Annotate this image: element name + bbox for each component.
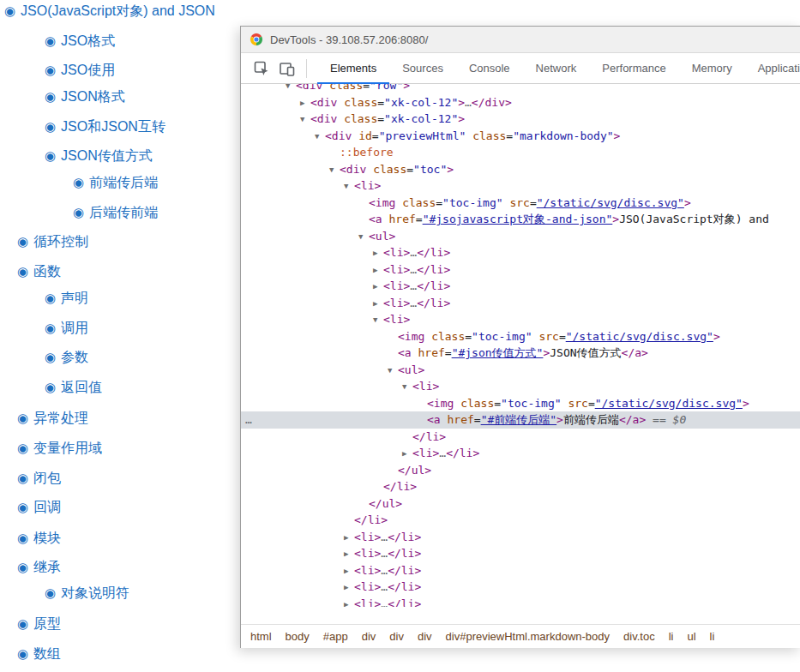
code-token[interactable]: "#前端传后端" — [481, 413, 556, 426]
breadcrumb-item[interactable]: div.toc — [617, 630, 662, 643]
dom-tree-row[interactable]: ▶<li>…</li> — [241, 545, 800, 562]
breadcrumb-item[interactable]: body — [279, 630, 316, 643]
dom-tree-row[interactable]: </li> — [241, 429, 800, 446]
dom-tree-row[interactable]: ▶<li>…</li> — [241, 529, 800, 546]
dom-tree-row[interactable]: </li> — [241, 512, 800, 529]
toc-item[interactable]: ◉数组 — [17, 645, 61, 663]
dom-tree-row[interactable]: ▼<div class="toc"> — [241, 161, 800, 178]
expand-arrow-icon[interactable]: ▶ — [344, 579, 354, 597]
node-menu-icon[interactable]: … — [245, 411, 253, 429]
toc-item[interactable]: ◉JSON传值方式 — [45, 147, 153, 165]
dom-tree-row[interactable]: ▶<li>…</li> — [241, 278, 800, 295]
toc-link[interactable]: 函数 — [33, 262, 61, 280]
expand-arrow-icon[interactable]: ▶ — [373, 279, 383, 296]
collapse-arrow-icon[interactable]: ▼ — [329, 162, 340, 179]
toc-item[interactable]: ◉返回值 — [45, 378, 102, 396]
tab-elements[interactable]: Elements — [317, 53, 389, 84]
dom-tree-row[interactable]: ▶<div class="xk-col-12">…</div> — [241, 94, 800, 111]
expand-arrow-icon[interactable]: ▶ — [402, 446, 412, 463]
tab-performance[interactable]: Performance — [589, 53, 678, 84]
toc-link[interactable]: 后端传前端 — [89, 203, 158, 221]
toc-link[interactable]: 前端传后端 — [89, 173, 158, 191]
breadcrumb-item[interactable]: div — [411, 630, 439, 643]
expand-arrow-icon[interactable]: ▶ — [300, 95, 310, 112]
toc-link[interactable]: 异常处理 — [33, 409, 88, 427]
toc-item[interactable]: ◉变量作用域 — [17, 439, 102, 457]
toc-link[interactable]: JSO格式 — [61, 32, 115, 50]
dom-tree-row[interactable]: <a href="#json传值方式">JSON传值方式</a> — [241, 345, 800, 362]
collapse-arrow-icon[interactable]: ▼ — [358, 229, 369, 246]
dom-tree-row[interactable]: ▶<li>…</li> — [241, 579, 800, 596]
expand-arrow-icon[interactable]: ▶ — [373, 296, 383, 313]
dom-tree-row[interactable]: </ul> — [241, 495, 800, 513]
dom-tree-row[interactable]: <img class="toc-img" src="/static/svg/di… — [241, 328, 800, 345]
expand-arrow-icon[interactable]: ▶ — [344, 563, 354, 580]
toc-item[interactable]: ◉声明 — [45, 289, 88, 307]
code-token[interactable]: "/static/svg/disc.svg" — [595, 397, 743, 410]
collapse-arrow-icon[interactable]: ▼ — [344, 178, 354, 195]
toc-item[interactable]: ◉参数 — [45, 348, 88, 366]
toc-item[interactable]: ◉函数 — [17, 262, 61, 280]
toc-link[interactable]: 闭包 — [33, 469, 61, 487]
dom-tree-row[interactable]: ▼<div id="previewHtml" class="markdown-b… — [241, 128, 800, 145]
toc-link[interactable]: 返回值 — [61, 378, 102, 396]
toc-item[interactable]: ◉对象说明符 — [45, 584, 129, 602]
toc-link[interactable]: 调用 — [61, 319, 88, 337]
tab-console[interactable]: Console — [456, 53, 523, 84]
toc-link[interactable]: JSON格式 — [61, 87, 125, 105]
toc-item[interactable]: ◉JSO(JavaScript对象) and JSON — [4, 2, 215, 20]
code-token[interactable]: "#json传值方式" — [452, 346, 544, 359]
toc-item[interactable]: ◉前端传后端 — [73, 173, 158, 191]
dom-tree-row[interactable]: ▼<ul> — [241, 228, 800, 245]
tab-memory[interactable]: Memory — [679, 53, 745, 84]
dom-tree-row[interactable]: ▼<li> — [241, 177, 800, 195]
toc-item[interactable]: ◉原型 — [17, 615, 61, 633]
toc-link[interactable]: 继承 — [33, 558, 61, 576]
expand-arrow-icon[interactable]: ▶ — [344, 530, 354, 547]
dom-tree-row[interactable]: ▶<li>…</li> — [241, 562, 800, 579]
dom-tree-row[interactable]: </ul> — [241, 462, 800, 479]
code-token[interactable]: "#jsojavascript对象-and-json" — [423, 213, 613, 225]
dom-tree-row[interactable]: ▼<li> — [241, 311, 800, 328]
collapse-arrow-icon[interactable]: ▼ — [402, 379, 412, 396]
dom-tree-row[interactable]: ▶<li>…</li> — [241, 596, 800, 608]
tab-network[interactable]: Network — [523, 53, 590, 84]
breadcrumb-item[interactable]: #app — [316, 630, 355, 643]
code-token[interactable]: "/static/svg/disc.svg" — [537, 196, 684, 209]
dom-tree-row[interactable]: <img class="toc-img" src="/static/svg/di… — [241, 395, 800, 412]
dom-tree-row[interactable]: ▶<li>…</li> — [241, 244, 800, 261]
dom-tree-row[interactable]: <a href="#jsojavascript对象-and-json">JSO(… — [241, 211, 800, 228]
toc-link[interactable]: 回调 — [33, 498, 61, 516]
dom-tree-row[interactable]: ▶<li>…</li> — [241, 295, 800, 312]
dom-tree-row[interactable]: ▼<li> — [241, 378, 800, 395]
breadcrumb-item[interactable]: div#previewHtml.markdown-body — [439, 630, 617, 643]
breadcrumb-item[interactable]: li — [703, 630, 722, 643]
dom-tree-row[interactable]: …<a href="#前端传后端">前端传后端</a> == $0 — [241, 411, 800, 429]
toc-link[interactable]: JSO和JSON互转 — [61, 117, 165, 135]
toc-item[interactable]: ◉继承 — [17, 558, 61, 576]
breadcrumb-item[interactable]: html — [244, 630, 279, 643]
toc-link[interactable]: JSO使用 — [61, 61, 115, 79]
collapse-arrow-icon[interactable]: ▼ — [300, 111, 310, 129]
inspect-icon[interactable] — [253, 60, 270, 77]
toc-item[interactable]: ◉调用 — [45, 319, 88, 337]
dom-tree-row[interactable]: ▶<li>…</li> — [241, 261, 800, 279]
dom-tree-row[interactable]: ▼<div class="xk-col-12"> — [241, 111, 800, 128]
toc-link[interactable]: 模块 — [33, 529, 61, 547]
dom-tree-row[interactable]: ▼<ul> — [241, 362, 800, 379]
toc-link[interactable]: 变量作用域 — [33, 439, 102, 457]
dom-tree-row[interactable]: ▶<li>…</li> — [241, 445, 800, 462]
toc-link[interactable]: JSO(JavaScript对象) and JSON — [21, 2, 215, 20]
toc-item[interactable]: ◉回调 — [17, 498, 61, 516]
toc-item[interactable]: ◉闭包 — [17, 469, 61, 487]
expand-arrow-icon[interactable]: ▶ — [373, 262, 383, 279]
expand-arrow-icon[interactable]: ▶ — [344, 597, 354, 608]
breadcrumb-item[interactable]: div — [355, 630, 383, 643]
toc-item[interactable]: ◉JSO格式 — [45, 32, 115, 50]
toc-item[interactable]: ◉模块 — [17, 529, 61, 547]
toc-link[interactable]: 参数 — [61, 348, 88, 366]
collapse-arrow-icon[interactable]: ▼ — [373, 312, 383, 329]
dom-tree-row[interactable]: ▼<div class="row"> — [241, 84, 800, 94]
toc-item[interactable]: ◉异常处理 — [17, 409, 88, 427]
toc-item[interactable]: ◉JSO和JSON互转 — [45, 117, 165, 135]
